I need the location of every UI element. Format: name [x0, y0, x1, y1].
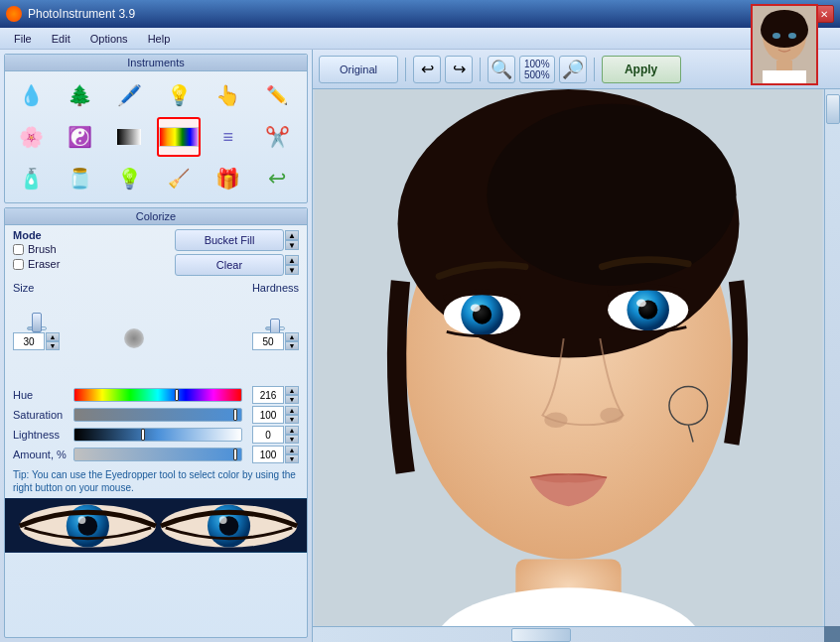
eye-preview	[5, 498, 307, 553]
top-toolbar: Original ↩ ↪ 🔍 100%500% 🔎 Apply	[313, 50, 840, 89]
menu-options[interactable]: Options	[82, 31, 136, 47]
saturation-bar[interactable]	[73, 408, 242, 422]
tool-rainbow[interactable]	[157, 117, 201, 157]
zoom-out-button[interactable]: 🔎	[559, 56, 587, 83]
saturation-value-input[interactable]: 100	[252, 406, 284, 424]
menu-edit[interactable]: Edit	[44, 31, 78, 47]
tool-bulb[interactable]: 💡	[107, 159, 151, 198]
svg-point-4	[78, 516, 86, 524]
svg-point-13	[772, 33, 780, 39]
face-canvas-svg	[313, 89, 824, 626]
face-area[interactable]	[313, 89, 824, 626]
lightness-down-arrow[interactable]: ▼	[285, 435, 299, 444]
original-button[interactable]: Original	[319, 56, 398, 83]
tool-pencil[interactable]: ✏️	[255, 75, 299, 115]
app-icon	[6, 6, 22, 22]
redo-button[interactable]: ↪	[445, 56, 473, 83]
lightness-up-arrow[interactable]: ▲	[285, 426, 299, 435]
hardness-slider[interactable]	[265, 326, 285, 330]
tool-scissors[interactable]: ✂️	[255, 117, 299, 157]
menu-help[interactable]: Help	[140, 31, 179, 47]
vertical-scrollbar[interactable]	[824, 89, 840, 626]
hue-up-arrow[interactable]: ▲	[285, 386, 299, 395]
tool-finger[interactable]: 👆	[207, 75, 250, 115]
lightness-row: Lightness 0 ▲ ▼	[5, 425, 307, 445]
amount-value-input[interactable]: 100	[252, 446, 284, 463]
thumbnail-box	[751, 4, 818, 85]
thumbnail-svg	[753, 6, 816, 83]
tool-eraser[interactable]: 🧹	[157, 159, 201, 198]
tool-gift[interactable]: 🎁	[207, 159, 250, 198]
canvas-area	[313, 89, 840, 642]
svg-point-26	[471, 304, 481, 312]
clear-button[interactable]: Clear	[175, 254, 284, 276]
size-slider[interactable]	[27, 326, 47, 330]
mode-label: Mode	[13, 229, 60, 241]
bucket-fill-button[interactable]: Bucket Fill	[175, 229, 284, 251]
clear-scroll-down[interactable]: ▼	[285, 265, 299, 275]
hardness-label: Hardness	[252, 282, 299, 294]
tool-yinyang[interactable]: ☯️	[59, 117, 102, 157]
tool-pen[interactable]: 🖊️	[107, 75, 151, 115]
svg-rect-15	[776, 61, 792, 70]
amount-down-arrow[interactable]: ▼	[285, 454, 299, 463]
bucket-fill-scroll-up[interactable]: ▲	[285, 230, 299, 240]
divider-2	[480, 58, 481, 81]
svg-point-32	[600, 408, 623, 423]
brush-checkbox-row[interactable]: Brush	[13, 243, 60, 255]
tip-section: Tip: You can use the Eyedropper tool to …	[5, 464, 307, 498]
bucket-fill-scroll-down[interactable]: ▼	[285, 240, 299, 250]
eraser-checkbox[interactable]	[13, 259, 24, 270]
svg-point-22	[487, 103, 736, 286]
saturation-up-arrow[interactable]: ▲	[285, 406, 299, 415]
tool-flower[interactable]: 🌸	[9, 117, 53, 157]
svg-point-8	[219, 516, 227, 524]
hue-bar[interactable]	[73, 388, 242, 402]
size-value-input[interactable]: 30	[13, 332, 45, 350]
scroll-thumb-vertical[interactable]	[826, 94, 840, 124]
brush-area: 30 ▲ ▼ 50	[13, 294, 299, 383]
saturation-label: Saturation	[13, 409, 68, 421]
colorize-panel: Colorize Mode Brush Eraser	[4, 207, 308, 638]
scroll-thumb-horizontal[interactable]	[511, 628, 571, 642]
lightness-bar[interactable]	[73, 428, 242, 442]
tool-gradient[interactable]	[107, 117, 151, 157]
svg-rect-16	[763, 70, 806, 83]
tool-undo[interactable]: ↩	[255, 159, 299, 198]
tool-tree[interactable]: 🌲	[59, 75, 102, 115]
instruments-panel: Instruments 💧 🌲 🖊️ 💡 👆 ✏️ 🌸 ☯️ ≡	[4, 54, 308, 203]
instruments-title: Instruments	[5, 55, 307, 71]
tool-tube[interactable]: 🧴	[9, 159, 53, 198]
eye-preview-svg	[5, 498, 307, 553]
lightness-label: Lightness	[13, 429, 68, 441]
divider-1	[405, 58, 406, 81]
tip-text: Tip: You can use the Eyedropper tool to …	[13, 469, 296, 493]
eraser-checkbox-row[interactable]: Eraser	[13, 258, 60, 270]
tool-bottle[interactable]: 🫙	[59, 159, 102, 198]
hardness-up-arrow[interactable]: ▲	[285, 332, 299, 341]
menu-file[interactable]: File	[6, 31, 40, 47]
horizontal-scrollbar[interactable]	[313, 626, 824, 642]
left-panel: Instruments 💧 🌲 🖊️ 💡 👆 ✏️ 🌸 ☯️ ≡	[0, 50, 313, 642]
hardness-value-input[interactable]: 50	[252, 332, 284, 350]
hue-value-input[interactable]: 216	[252, 386, 284, 404]
title-bar: PhotoInstrument 3.9 ─ □ ✕	[0, 0, 840, 28]
saturation-row: Saturation 100 ▲ ▼	[5, 405, 307, 425]
amount-bar[interactable]	[73, 448, 242, 461]
hue-down-arrow[interactable]: ▼	[285, 395, 299, 404]
tool-lines[interactable]: ≡	[207, 117, 250, 157]
undo-button[interactable]: ↩	[413, 56, 441, 83]
zoom-in-button[interactable]: 🔍	[488, 56, 515, 83]
amount-label: Amount, %	[13, 449, 68, 460]
hardness-down-arrow[interactable]: ▼	[285, 341, 299, 350]
size-up-arrow[interactable]: ▲	[46, 332, 60, 341]
size-down-arrow[interactable]: ▼	[46, 341, 60, 350]
lightness-value-input[interactable]: 0	[252, 426, 284, 444]
amount-up-arrow[interactable]: ▲	[285, 446, 299, 454]
saturation-down-arrow[interactable]: ▼	[285, 415, 299, 424]
clear-scroll-up[interactable]: ▲	[285, 255, 299, 265]
tool-drop[interactable]: 💧	[9, 75, 53, 115]
apply-button[interactable]: Apply	[602, 56, 681, 83]
brush-checkbox[interactable]	[13, 244, 24, 255]
tool-lamp[interactable]: 💡	[157, 75, 201, 115]
